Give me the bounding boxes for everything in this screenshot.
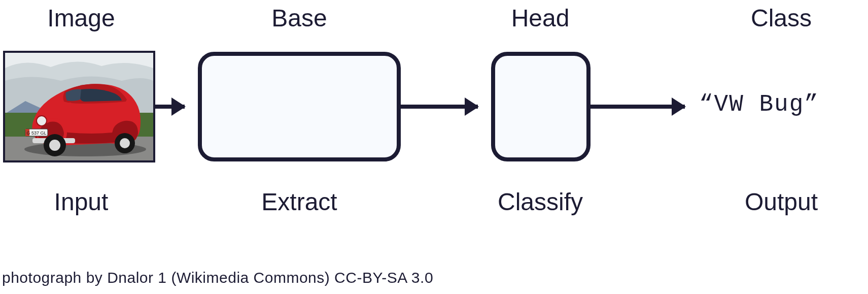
arrow-image-to-base [155, 105, 185, 109]
svg-point-14 [68, 103, 72, 107]
label-image-top: Image [10, 4, 152, 32]
diagram-stage: Image Base Head Class [0, 0, 868, 294]
label-base-top: Base [198, 4, 401, 32]
label-class-bottom: Output [705, 188, 857, 216]
arrow-head-to-output [591, 105, 685, 109]
output-class-text: “VW Bug” [699, 91, 819, 118]
label-class-top: Class [705, 4, 857, 32]
label-head-bottom: Classify [467, 188, 614, 216]
svg-point-8 [49, 140, 60, 151]
head-block [491, 52, 591, 161]
base-block [198, 52, 401, 161]
label-head-top: Head [474, 4, 606, 32]
car-photo-illustration: G 537 GL [5, 53, 153, 160]
label-image-bottom: Input [10, 188, 152, 216]
image-credit: photograph by Dnalor 1 (Wikimedia Common… [2, 269, 433, 286]
input-image: G 537 GL [3, 51, 155, 162]
label-base-bottom: Extract [198, 188, 401, 216]
arrow-base-to-head [401, 105, 478, 109]
svg-point-10 [120, 138, 130, 148]
svg-text:G 537 GL: G 537 GL [26, 130, 46, 136]
